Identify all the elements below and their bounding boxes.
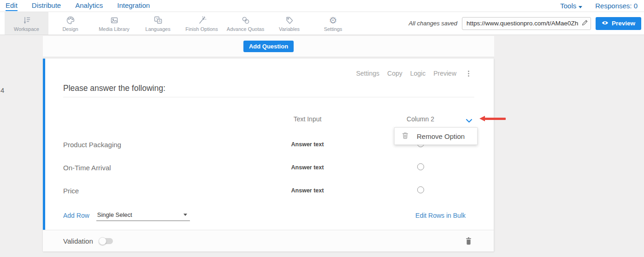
column-type-label[interactable]: Text Input: [248, 115, 367, 123]
toolbar-item-languages[interactable]: *A Languages: [136, 12, 180, 35]
toolbar-item-design[interactable]: Design: [48, 12, 92, 35]
delete-question-icon[interactable]: [465, 237, 472, 247]
validation-label: Validation: [63, 237, 93, 245]
tab-edit[interactable]: Edit: [6, 0, 18, 11]
survey-url-field: [462, 17, 591, 30]
question-settings-link[interactable]: Settings: [356, 70, 379, 77]
edit-pencil-icon[interactable]: [581, 19, 588, 28]
answer-text-placeholder[interactable]: Answer text: [248, 164, 367, 171]
toolbar-item-settings[interactable]: ⚙ Settings: [311, 12, 355, 35]
toolbar-item-media-library[interactable]: Media Library: [92, 12, 136, 35]
row-label[interactable]: Price: [63, 187, 248, 195]
advance-quotas-icon: [241, 15, 251, 25]
question-footer: Validation: [43, 230, 494, 251]
toolbar-item-advance-quotas[interactable]: Advance Quotas: [224, 12, 267, 35]
toolbar: Workspace Design Media Library *A Langua…: [0, 12, 644, 35]
column-dropdown-menu: Remove Option: [394, 127, 478, 145]
column-2-label[interactable]: Column 2: [407, 115, 434, 123]
finish-options-icon: [197, 15, 207, 25]
add-row-bar: Add Row Single Select Edit Rows in Bulk: [63, 209, 466, 221]
toolbar-item-workspace[interactable]: Workspace: [5, 12, 48, 35]
question-copy-link[interactable]: Copy: [387, 70, 402, 77]
topnav-right: Tools Responses: 0: [560, 2, 638, 10]
workspace-icon: [22, 15, 32, 25]
questionpro-editor: Edit Distribute Analytics Integration To…: [0, 0, 644, 257]
select-caret-icon: [183, 214, 187, 216]
add-question-button[interactable]: Add Question: [243, 41, 294, 52]
validation-toggle[interactable]: [99, 238, 113, 244]
design-icon: [65, 15, 76, 25]
svg-text:A: A: [158, 19, 160, 23]
add-row-link[interactable]: Add Row: [63, 212, 89, 219]
question-logic-link[interactable]: Logic: [410, 70, 425, 77]
languages-icon: *A: [153, 15, 163, 25]
remove-option-item[interactable]: Remove Option: [395, 128, 477, 144]
trash-icon: [402, 131, 409, 141]
responses-link[interactable]: Responses: 0: [595, 2, 638, 10]
top-nav: Edit Distribute Analytics Integration To…: [0, 0, 644, 12]
kebab-menu-icon[interactable]: [467, 70, 471, 77]
radio-button[interactable]: [417, 186, 424, 193]
edit-rows-bulk-link[interactable]: Edit Rows in Bulk: [415, 212, 466, 219]
tools-menu[interactable]: Tools: [560, 2, 582, 10]
add-question-bar: Add Question: [43, 36, 494, 57]
question-card: Settings Copy Logic Preview Please answe…: [43, 59, 494, 251]
question-actions: Settings Copy Logic Preview: [356, 70, 471, 77]
survey-url-input[interactable]: [462, 17, 591, 30]
preview-button[interactable]: Preview: [596, 17, 641, 30]
tab-analytics[interactable]: Analytics: [75, 0, 103, 11]
tab-distribute[interactable]: Distribute: [32, 0, 61, 11]
table-row: Price Answer text: [63, 185, 473, 196]
toolbar-item-finish-options[interactable]: Finish Options: [180, 12, 224, 35]
answer-text-placeholder[interactable]: Answer text: [248, 187, 367, 194]
chevron-down-icon: [579, 6, 582, 8]
question-preview-link[interactable]: Preview: [433, 70, 456, 77]
toolbar-item-variables[interactable]: Variables: [267, 12, 311, 35]
question-accent-bar: [43, 59, 45, 251]
toggle-knob: [99, 237, 106, 245]
media-library-icon: [109, 15, 119, 25]
question-number: 4: [0, 86, 4, 94]
answer-text-placeholder[interactable]: Answer text: [248, 141, 367, 148]
table-row: On-Time Arrival Answer text: [63, 162, 473, 173]
toolbar-spacer: [355, 12, 408, 35]
settings-icon: ⚙: [329, 15, 337, 25]
radio-button[interactable]: [417, 163, 424, 170]
row-type-select[interactable]: Single Select: [96, 210, 190, 221]
primary-tabs: Edit Distribute Analytics Integration: [6, 0, 150, 11]
annotation-arrow: [479, 116, 506, 122]
column-header-row: Text Input Column 2: [63, 114, 473, 125]
tab-integration[interactable]: Integration: [117, 0, 150, 11]
question-title[interactable]: Please answer the following:: [63, 84, 165, 93]
title-divider: [63, 97, 474, 97]
row-label[interactable]: On-Time Arrival: [63, 164, 248, 172]
save-status: All changes saved: [408, 20, 457, 27]
row-label[interactable]: Product Packaging: [63, 141, 248, 149]
variables-icon: [284, 15, 295, 25]
column-dropdown-chevron-icon[interactable]: [466, 117, 473, 125]
eye-icon: [602, 20, 609, 27]
